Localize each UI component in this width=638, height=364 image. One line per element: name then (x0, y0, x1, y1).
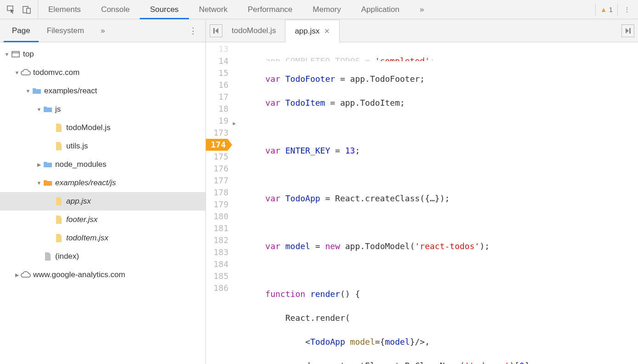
file-icon (53, 233, 64, 243)
tabs-overflow-icon[interactable]: » (410, 0, 434, 19)
file-icon (42, 252, 53, 261)
tree-top[interactable]: ▼ top (0, 45, 205, 63)
warning-triangle-icon: ▲ (600, 6, 607, 13)
tab-performance[interactable]: Performance (238, 0, 302, 19)
subtab-page[interactable]: Page (4, 19, 39, 42)
svg-rect-6 (629, 28, 631, 34)
tab-elements[interactable]: Elements (38, 0, 91, 19)
file-icon (53, 123, 64, 132)
devtools-toolbar: Elements Console Sources Network Perform… (0, 0, 638, 19)
tree-label: examples/react (42, 86, 97, 96)
chevron-down-icon: ▼ (14, 70, 20, 75)
kebab-menu-icon[interactable]: ⋮ (621, 3, 633, 16)
tree-file-app-jsx[interactable]: app.jsx (0, 192, 205, 210)
chevron-right-icon: ▶ (36, 162, 42, 168)
nav-prev-icon[interactable] (210, 24, 222, 37)
chevron-down-icon: ▼ (36, 180, 42, 186)
folder-icon (42, 161, 53, 168)
warning-count: 1 (609, 6, 613, 13)
chevron-down-icon: ▼ (4, 51, 10, 57)
tab-console[interactable]: Console (91, 0, 140, 19)
editor-tabbar: todoModel.js app.jsx ✕ (206, 19, 638, 42)
folder-icon (42, 179, 53, 187)
tree-label: js (53, 105, 61, 114)
line-gutter[interactable]: 13 14 15 16 17 18 19▶ 173 174 175 176 17… (206, 42, 232, 364)
tree-label: app.jsx (64, 197, 91, 206)
file-icon (53, 215, 64, 224)
toolbar-right: ▲ 1 ⋮ (595, 3, 638, 16)
tree-label: todoItem.jsx (64, 233, 108, 243)
tree-domain-ga[interactable]: ▶ www.google-analytics.com (0, 266, 205, 284)
svg-rect-5 (213, 28, 215, 34)
editor-tab-label: app.jsx (295, 27, 319, 36)
editor-tab-label: todoModel.js (232, 26, 276, 35)
navigator-panel: Page Filesystem » ⋮ ▼ top ▼ todomvc.com … (0, 19, 206, 364)
cloud-icon (20, 69, 31, 76)
inspect-element-icon[interactable] (5, 3, 17, 16)
fold-arrow-icon[interactable]: ▶ (233, 118, 236, 130)
chevron-down-icon: ▼ (36, 107, 42, 112)
file-tree: ▼ top ▼ todomvc.com ▼ examples/react ▼ j… (0, 42, 205, 364)
device-toggle-icon[interactable] (20, 3, 33, 16)
file-icon (53, 197, 64, 206)
tree-label: www.google-analytics.com (31, 270, 125, 279)
nav-next-icon[interactable] (621, 24, 634, 37)
tab-memory[interactable]: Memory (302, 0, 351, 19)
navigator-subtabs: Page Filesystem » ⋮ (0, 19, 205, 42)
close-icon[interactable]: ✕ (324, 27, 330, 35)
file-icon (53, 142, 64, 151)
tree-folder-examples-react[interactable]: ▼ examples/react (0, 82, 205, 100)
window-icon (10, 51, 21, 57)
tree-label: utils.js (64, 142, 88, 151)
tree-file-footer-jsx[interactable]: footer.jsx (0, 210, 205, 229)
editor-tab-todoModel[interactable]: todoModel.js (222, 19, 285, 42)
tab-application[interactable]: Application (351, 0, 410, 19)
tree-file-todoItem-jsx[interactable]: todoItem.jsx (0, 229, 205, 247)
chevron-right-icon: ▶ (14, 272, 20, 278)
tree-label: top (21, 50, 34, 59)
main-content: Page Filesystem » ⋮ ▼ top ▼ todomvc.com … (0, 19, 638, 364)
code-content[interactable]: app.COMPLETED_TODOS = 'completed'; var T… (232, 42, 638, 364)
tree-folder-js[interactable]: ▼ js (0, 100, 205, 119)
folder-icon (31, 87, 42, 95)
cloud-icon (20, 271, 31, 279)
breakpoint-marker[interactable]: 174 (206, 139, 232, 151)
tree-domain-todomvc[interactable]: ▼ todomvc.com (0, 63, 205, 82)
warning-badge[interactable]: ▲ 1 (595, 4, 618, 16)
tab-sources[interactable]: Sources (140, 0, 188, 19)
tab-network[interactable]: Network (189, 0, 238, 19)
svg-rect-3 (12, 51, 19, 57)
tree-file-todoModel[interactable]: todoModel.js (0, 119, 205, 137)
folder-icon (42, 106, 53, 113)
code-editor[interactable]: 13 14 15 16 17 18 19▶ 173 174 175 176 17… (206, 42, 638, 364)
subtab-filesystem[interactable]: Filesystem (39, 19, 92, 42)
tree-file-utils[interactable]: utils.js (0, 137, 205, 155)
tree-file-index[interactable]: (index) (0, 247, 205, 266)
tree-label: examples/react/js (53, 178, 116, 188)
tree-label: todoModel.js (64, 123, 110, 132)
tree-label: footer.jsx (64, 215, 97, 224)
navigator-menu-icon[interactable]: ⋮ (184, 26, 202, 36)
main-tabs: Elements Console Sources Network Perform… (38, 0, 595, 19)
tree-label: node_modules (53, 160, 107, 169)
chevron-down-icon: ▼ (25, 88, 31, 94)
tree-folder-examples-react-js[interactable]: ▼ examples/react/js (0, 174, 205, 192)
tree-label: (index) (53, 252, 79, 261)
subtabs-overflow-icon[interactable]: » (92, 19, 113, 42)
editor-tab-app[interactable]: app.jsx ✕ (285, 20, 340, 42)
toolbar-left-icons (0, 0, 38, 19)
svg-rect-0 (7, 6, 13, 11)
svg-rect-2 (27, 8, 30, 13)
tree-folder-node-modules[interactable]: ▶ node_modules (0, 155, 205, 174)
editor-panel: todoModel.js app.jsx ✕ 13 14 15 16 17 18… (206, 19, 638, 364)
foldable-line[interactable]: 19▶ (206, 115, 228, 127)
tree-label: todomvc.com (31, 68, 80, 77)
